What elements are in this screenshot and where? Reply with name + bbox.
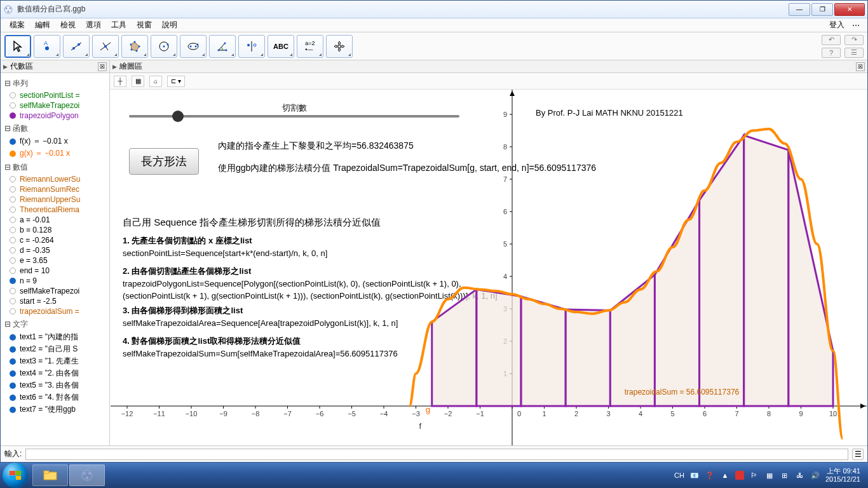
list-item[interactable]: sectionPointList =	[2, 90, 108, 100]
tool-point[interactable]: A	[34, 35, 60, 58]
menu-window[interactable]: 視窗	[132, 18, 157, 32]
tool-text[interactable]: ABC	[268, 35, 294, 58]
svg-text:4: 4	[503, 273, 507, 280]
task-explorer[interactable]	[32, 464, 68, 486]
algebra-tree[interactable]: ⊟ 串列 sectionPointList = selfMakeTrapezoi…	[1, 73, 109, 445]
svg-text:−10: −10	[186, 410, 198, 417]
group-list: ⊟ 串列	[4, 78, 108, 89]
list-item[interactable]: d = -0.35	[2, 245, 108, 255]
menubar: 檔案 編輯 檢視 選項 工具 視窗 說明 登入 ⋯	[1, 18, 867, 32]
svg-text:−3: −3	[412, 410, 420, 417]
list-item[interactable]: selfMakeTrapezoi	[2, 100, 108, 111]
menu-login[interactable]: 登入	[825, 18, 848, 32]
menu-tools[interactable]: 工具	[106, 18, 132, 32]
undo-button[interactable]: ↶	[822, 35, 841, 45]
menu-edit[interactable]: 編輯	[30, 18, 55, 32]
list-item[interactable]: text2 = "自己用 S	[2, 343, 108, 355]
tool-reflect[interactable]	[238, 35, 265, 58]
maximize-button[interactable]: ❐	[811, 3, 833, 16]
close-panel-icon[interactable]: ☒	[856, 62, 865, 71]
task-geogebra[interactable]	[69, 464, 105, 486]
list-item[interactable]: trapezoidPolygon	[2, 111, 108, 121]
settings-button[interactable]: ☰	[844, 48, 864, 58]
list-item[interactable]: text4 = "2. 由各個	[2, 367, 108, 379]
list-item[interactable]: text5 = "3. 由各個	[2, 379, 108, 391]
redo-button[interactable]: ↷	[844, 35, 864, 45]
list-item[interactable]: start = -2.5	[2, 296, 108, 306]
menu-options[interactable]: 選項	[81, 18, 106, 32]
menu-more[interactable]: ⋯	[848, 20, 864, 31]
window-title: 數值積分自己寫.ggb	[17, 4, 789, 15]
tool-angle[interactable]	[209, 35, 236, 58]
tool-ellipse[interactable]	[180, 35, 207, 58]
list-item[interactable]: selfMakeTrapezoi	[2, 286, 108, 296]
list-item[interactable]: RiemannLowerSu	[2, 174, 108, 184]
list-item[interactable]: g(x) ＝ −0.01 x	[2, 147, 108, 159]
collapse-icon[interactable]: ▶	[3, 64, 8, 70]
minimize-button[interactable]: —	[789, 3, 810, 16]
tool-circle[interactable]	[151, 35, 177, 58]
svg-text:A: A	[44, 40, 48, 46]
input-help-button[interactable]: ☰	[852, 449, 864, 460]
svg-point-2	[10, 7, 11, 9]
graphics-canvas[interactable]: 切割數 長方形法 內建的指令產生上下黎曼和之平均=56.832463875 使用…	[110, 90, 867, 445]
list-item[interactable]: trapezoidalSum =	[2, 306, 108, 316]
collapse-icon[interactable]: ▶	[112, 64, 117, 70]
lang-indicator[interactable]: CH	[674, 471, 684, 479]
tool-line[interactable]	[63, 35, 90, 58]
tool-perpendicular[interactable]	[92, 35, 119, 58]
list-item[interactable]: n = 9	[2, 276, 108, 286]
tray-volume-icon[interactable]: 🔊	[810, 470, 820, 480]
list-item[interactable]: a = -0.01	[2, 215, 108, 225]
start-button[interactable]	[3, 463, 28, 488]
tray-antivirus-icon[interactable]	[735, 471, 744, 480]
axes-toggle[interactable]: ┼	[114, 76, 126, 87]
clock[interactable]: 上午 09:41 2015/12/21	[825, 467, 860, 484]
grid-toggle[interactable]: ▦	[132, 76, 144, 87]
list-item[interactable]: TheoreticalRiema	[2, 205, 108, 215]
tray-icon[interactable]: 📧	[689, 470, 700, 480]
list-item[interactable]: end = 10	[2, 266, 108, 276]
svg-point-18	[163, 45, 165, 47]
svg-text:7: 7	[503, 175, 507, 183]
svg-text:f: f	[419, 421, 422, 431]
menu-file[interactable]: 檔案	[4, 18, 30, 32]
svg-text:0: 0	[517, 410, 521, 417]
tray-icon[interactable]: ⊞	[780, 470, 790, 480]
graphics-header: ▶ 繪圖區 ☒	[110, 60, 867, 73]
svg-point-102	[83, 472, 86, 475]
list-item[interactable]: b = 0.128	[2, 225, 108, 235]
tool-polygon[interactable]	[121, 35, 148, 58]
app-window: 數值積分自己寫.ggb — ❐ ✕ 檔案 編輯 檢視 選項 工具 視窗 說明 登…	[0, 0, 868, 463]
home-button[interactable]: ⌂	[149, 76, 162, 87]
svg-point-24	[218, 49, 220, 51]
capture-button[interactable]: ⊏ ▾	[167, 76, 185, 87]
tray-icon[interactable]: 🏳	[749, 470, 759, 480]
list-item[interactable]: RiemannUpperSu	[2, 194, 108, 205]
menu-help[interactable]: 說明	[157, 18, 182, 32]
list-item[interactable]: RiemannSumRec	[2, 184, 108, 194]
group-num: ⊟ 數值	[4, 162, 108, 173]
help-button[interactable]: ?	[822, 48, 841, 58]
list-item[interactable]: text7 = "使用ggb	[2, 403, 108, 416]
list-item[interactable]: f(x) ＝ −0.01 x	[2, 135, 108, 147]
list-item[interactable]: text1 = "內建的指	[2, 331, 108, 343]
list-item[interactable]: text6 = "4. 對各個	[2, 391, 108, 403]
svg-text:g: g	[426, 405, 430, 414]
tool-move[interactable]	[4, 35, 31, 58]
list-item[interactable]: c = -0.264	[2, 235, 108, 245]
list-item[interactable]: text3 = "1. 先產生	[2, 355, 108, 367]
tray-icon[interactable]: ▲	[720, 470, 730, 480]
menu-view[interactable]: 檢視	[55, 18, 81, 32]
svg-text:10: 10	[829, 410, 837, 417]
tray-network-icon[interactable]: 🖧	[795, 470, 805, 480]
close-button[interactable]: ✕	[834, 3, 865, 16]
close-panel-icon[interactable]: ☒	[98, 62, 107, 71]
list-item[interactable]: e = 3.65	[2, 255, 108, 266]
svg-text:1: 1	[542, 410, 546, 417]
tool-move-view[interactable]	[326, 35, 353, 58]
tool-slider[interactable]: a=2•—	[297, 35, 323, 58]
tray-icon[interactable]: ▦	[764, 470, 775, 480]
command-input[interactable]	[25, 449, 848, 460]
tray-icon[interactable]: ❓	[705, 470, 715, 480]
